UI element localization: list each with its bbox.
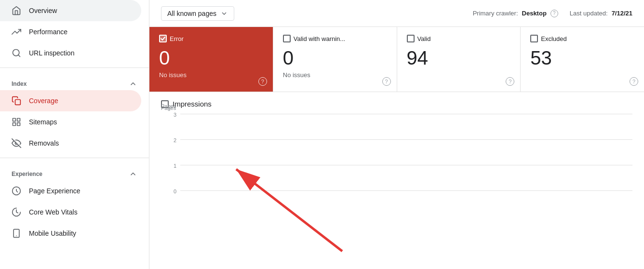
card-valid-warning-count: 0 xyxy=(283,46,387,69)
sidebar-item-mobile-usability[interactable]: Mobile Usability xyxy=(0,223,141,244)
svg-rect-6 xyxy=(13,123,16,126)
sidebar-item-core-web-vitals-label: Core Web Vitals xyxy=(29,208,78,216)
card-excluded[interactable]: Excluded 53 ? xyxy=(521,27,644,92)
card-valid-checkbox[interactable] xyxy=(407,35,415,42)
section-index: Index xyxy=(0,72,149,90)
card-error-header: Error xyxy=(159,35,263,42)
card-valid-warning[interactable]: Valid with warnin... 0 No issues ? xyxy=(273,27,397,92)
chart-header: Impressions xyxy=(161,100,632,108)
sidebar-item-core-web-vitals[interactable]: Core Web Vitals xyxy=(0,202,141,223)
main-content: All known pages Primary crawler: Desktop… xyxy=(149,0,644,269)
primary-crawler-value: Desktop xyxy=(522,10,547,17)
svg-rect-4 xyxy=(17,119,20,121)
card-error-checkbox[interactable] xyxy=(159,35,167,42)
sidebar-item-performance[interactable]: Performance xyxy=(0,21,141,42)
card-excluded-header: Excluded xyxy=(530,35,634,42)
card-valid-warning-label: Valid with warnin... xyxy=(294,35,345,42)
section-divider-1 xyxy=(0,67,149,68)
filter-button[interactable]: All known pages xyxy=(161,6,234,21)
card-excluded-checkbox[interactable] xyxy=(530,35,538,42)
y-axis: Pages 3 2 1 0 xyxy=(161,112,180,218)
sidebar-item-coverage-label: Coverage xyxy=(29,97,58,105)
sidebar: Overview Performance URL inspection Inde… xyxy=(0,0,149,269)
svg-rect-2 xyxy=(15,100,21,105)
filter-label: All known pages xyxy=(167,10,216,17)
card-error-sublabel: No issues xyxy=(159,71,263,79)
grid-line-3 xyxy=(180,114,632,114)
card-valid-label: Valid xyxy=(417,35,431,42)
y-tick-1: 1 xyxy=(174,163,176,169)
search-icon xyxy=(12,48,21,58)
sidebar-item-page-experience-label: Page Experience xyxy=(29,187,80,195)
y-tick-0: 0 xyxy=(174,188,176,194)
sidebar-item-overview[interactable]: Overview xyxy=(0,0,141,21)
sidebar-item-overview-label: Overview xyxy=(29,7,57,14)
section-index-label: Index xyxy=(12,81,27,87)
primary-crawler-label: Primary crawler: xyxy=(473,10,518,17)
trending-up-icon xyxy=(12,27,21,37)
smartphone-icon xyxy=(12,229,21,238)
card-error-count: 0 xyxy=(159,46,263,69)
sidebar-item-page-experience[interactable]: Page Experience xyxy=(0,180,141,202)
last-updated-label: Last updated: xyxy=(570,10,608,17)
header-right: Primary crawler: Desktop ? Last updated:… xyxy=(473,10,632,17)
grid-line-2 xyxy=(180,139,632,140)
home-icon xyxy=(12,6,21,15)
chart-title: Impressions xyxy=(173,100,212,108)
sidebar-item-sitemaps[interactable]: Sitemaps xyxy=(0,111,141,133)
section-experience: Experience xyxy=(0,162,149,180)
last-updated-value: 7/12/21 xyxy=(612,10,632,17)
copy-icon xyxy=(12,96,21,106)
card-error[interactable]: Error 0 No issues ? xyxy=(149,27,273,92)
sidebar-item-performance-label: Performance xyxy=(29,28,67,36)
svg-line-1 xyxy=(18,55,20,57)
section-divider-2 xyxy=(0,158,149,158)
grid-icon xyxy=(12,117,21,127)
star-icon xyxy=(12,186,21,196)
chart-container: Pages 3 2 1 0 Pages xyxy=(161,112,632,218)
y-tick-3: 3 xyxy=(174,112,176,118)
card-valid-warning-sublabel: No issues xyxy=(283,71,387,79)
card-excluded-help[interactable]: ? xyxy=(630,77,638,86)
card-excluded-label: Excluded xyxy=(541,35,566,42)
gauge-icon xyxy=(12,207,21,217)
card-valid-warning-help[interactable]: ? xyxy=(382,77,391,86)
y-axis-label: Pages xyxy=(161,103,176,109)
sidebar-item-url-inspection-label: URL inspection xyxy=(29,49,74,57)
svg-rect-3 xyxy=(13,119,16,121)
card-valid-header: Valid xyxy=(407,35,511,42)
sidebar-item-mobile-usability-label: Mobile Usability xyxy=(29,229,76,237)
card-error-label: Error xyxy=(170,35,184,42)
main-header: All known pages Primary crawler: Desktop… xyxy=(149,0,644,27)
sidebar-item-url-inspection[interactable]: URL inspection xyxy=(0,42,141,64)
cards-row: Error 0 No issues ? Valid with warnin...… xyxy=(149,27,644,92)
card-valid-warning-header: Valid with warnin... xyxy=(283,35,387,42)
help-icon-crawler[interactable]: ? xyxy=(550,10,558,17)
svg-rect-9 xyxy=(13,229,19,238)
card-valid[interactable]: Valid 94 ? xyxy=(397,27,521,92)
card-valid-warning-checkbox[interactable] xyxy=(283,35,291,42)
card-error-help[interactable]: ? xyxy=(258,77,267,86)
card-valid-count: 94 xyxy=(407,46,511,69)
card-valid-help[interactable]: ? xyxy=(506,77,514,86)
sidebar-item-sitemaps-label: Sitemaps xyxy=(29,118,57,126)
grid-line-0 xyxy=(180,190,632,191)
sidebar-item-coverage[interactable]: Coverage xyxy=(0,90,141,111)
y-tick-2: 2 xyxy=(174,137,176,143)
section-experience-label: Experience xyxy=(12,171,42,177)
sidebar-item-removals-label: Removals xyxy=(29,139,59,147)
sidebar-item-removals[interactable]: Removals xyxy=(0,133,141,154)
chart-area: Impressions Pages 3 2 1 0 Pages xyxy=(149,92,644,269)
grid-line-1 xyxy=(180,165,632,165)
card-excluded-count: 53 xyxy=(530,46,634,69)
svg-rect-5 xyxy=(17,123,20,126)
eye-off-icon xyxy=(12,138,21,148)
